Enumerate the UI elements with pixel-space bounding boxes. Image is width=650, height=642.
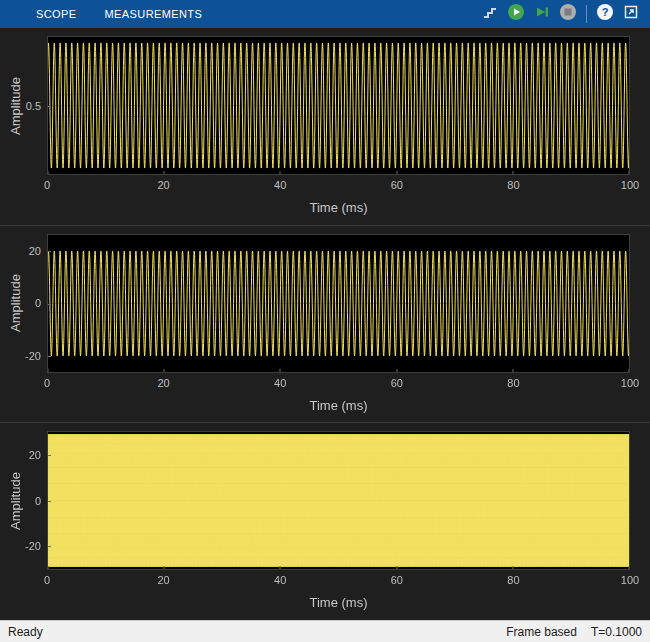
x-tick-label: 100 [610, 179, 650, 192]
y-tick-label: 20 [0, 245, 41, 258]
help-button[interactable]: ? [593, 2, 617, 26]
x-tick-label: 100 [610, 574, 650, 587]
svg-text:?: ? [602, 6, 609, 18]
toolstrip: SCOPE MEASUREMENTS [0, 0, 650, 28]
time-scope-window: SCOPE MEASUREMENTS [0, 0, 650, 642]
y-tick-label: -20 [0, 540, 41, 553]
stairs-icon [482, 4, 498, 24]
x-tick-label: 60 [377, 179, 417, 192]
x-tick-label: 60 [377, 574, 417, 587]
x-tick-label: 0 [27, 179, 67, 192]
simulate-controls: ? [477, 2, 650, 26]
x-axis-label: Time (ms) [47, 200, 630, 215]
x-tick-label: 0 [27, 377, 67, 390]
status-text: Ready [8, 625, 43, 639]
x-axis-label: Time (ms) [47, 398, 630, 413]
x-tick-label: 100 [610, 377, 650, 390]
scope-displays: Amplitude0.5020406080100Time (ms)Amplitu… [0, 28, 650, 620]
y-tick-label: 0.5 [0, 100, 41, 113]
run-button[interactable] [504, 2, 528, 26]
question-mark-icon: ? [596, 3, 614, 25]
scope-display-1: Amplitude0.5020406080100Time (ms) [0, 28, 650, 225]
toolbar-separator [586, 5, 587, 23]
waveform-plot[interactable] [47, 431, 630, 570]
x-tick-label: 40 [260, 574, 300, 587]
y-tick-label: 20 [0, 449, 41, 462]
simulation-time: T=0.1000 [591, 625, 642, 639]
y-tick-label: -20 [0, 350, 41, 363]
y-tick-label: 0 [0, 297, 41, 310]
x-tick-label: 40 [260, 179, 300, 192]
x-tick-label: 40 [260, 377, 300, 390]
x-axis-label: Time (ms) [47, 595, 630, 610]
dock-button[interactable] [619, 2, 643, 26]
tab-measurements[interactable]: MEASUREMENTS [91, 0, 217, 28]
status-bar: Ready Frame based T=0.1000 [0, 620, 650, 642]
tab-scope[interactable]: SCOPE [22, 0, 91, 28]
x-tick-label: 0 [27, 574, 67, 587]
waveform-plot[interactable] [47, 234, 630, 373]
dock-window-icon [623, 4, 639, 24]
step-forward-button[interactable] [530, 2, 554, 26]
scope-display-2: Amplitude200-20020406080100Time (ms) [0, 225, 650, 423]
step-forward-icon [533, 3, 551, 25]
scope-display-3: Amplitude200-20020406080100Time (ms) [0, 422, 650, 620]
x-tick-label: 80 [493, 179, 533, 192]
x-tick-label: 80 [493, 574, 533, 587]
stop-button[interactable] [556, 2, 580, 26]
y-tick-label: 0 [0, 495, 41, 508]
x-tick-label: 20 [144, 574, 184, 587]
x-tick-label: 20 [144, 377, 184, 390]
frame-mode-label: Frame based [506, 625, 577, 639]
play-icon [507, 3, 525, 25]
waveform-plot[interactable] [47, 36, 630, 175]
x-tick-label: 60 [377, 377, 417, 390]
stepping-options-button[interactable] [478, 2, 502, 26]
x-tick-label: 20 [144, 179, 184, 192]
stop-icon [559, 3, 577, 25]
x-tick-label: 80 [493, 377, 533, 390]
